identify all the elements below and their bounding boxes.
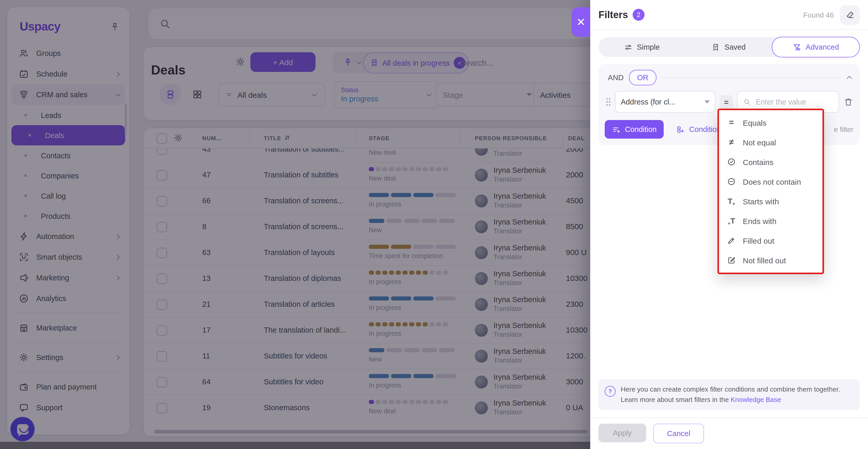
- pencil-icon: [726, 235, 737, 246]
- add-condition-group-button[interactable]: Condition: [676, 125, 721, 134]
- condition-group-label: Condition: [689, 125, 721, 133]
- help-box: ? Here you can create complex filter con…: [598, 379, 860, 410]
- dropdown-arrow-icon: [705, 100, 710, 103]
- add-condition-button[interactable]: Condition: [605, 120, 664, 139]
- tab-saved[interactable]: Saved: [685, 37, 772, 57]
- divider: [662, 77, 840, 78]
- delete-condition-trash-icon[interactable]: [843, 97, 854, 107]
- menu-item-label: Starts with: [743, 197, 779, 205]
- operator-button[interactable]: =: [719, 95, 733, 108]
- found-count: Found 46: [803, 10, 834, 19]
- panel-footer: Apply Cancel: [590, 417, 868, 449]
- operator-dropdown-menu: =Equals≠Not equalContainsDoes not contai…: [717, 108, 824, 274]
- circle-check-icon: [726, 157, 737, 167]
- cancel-button[interactable]: Cancel: [653, 424, 704, 443]
- filters-tabs: SimpleSavedAdvanced: [598, 37, 860, 57]
- drag-handle-icon[interactable]: [606, 97, 611, 106]
- knowledge-base-link[interactable]: Knowledge Base: [731, 396, 781, 404]
- menu-item-label: Does not contain: [743, 177, 801, 186]
- condition-group-icon: [676, 125, 685, 134]
- modal-dim-overlay[interactable]: [0, 0, 590, 449]
- condition-button-label: Condition: [625, 125, 657, 133]
- menu-item-contains[interactable]: Contains: [719, 152, 823, 172]
- close-filters-button[interactable]: ✕: [571, 7, 590, 37]
- help-question-icon: ?: [605, 386, 616, 396]
- apply-button[interactable]: Apply: [598, 424, 646, 442]
- value-input[interactable]: [755, 97, 833, 106]
- eraser-icon: [845, 10, 855, 20]
- tab-label: Advanced: [806, 43, 839, 51]
- menu-item-label: Filled out: [743, 236, 774, 245]
- menu-item-label: Ends with: [743, 217, 776, 225]
- equals-icon: =: [726, 118, 737, 128]
- filters-panel: Filters 2 Found 46 SimpleSavedAdvanced A…: [590, 0, 868, 449]
- funnel-adv-icon: [793, 43, 802, 52]
- collapse-chevron-up-icon[interactable]: [845, 73, 854, 82]
- condition-lines-icon: [612, 125, 621, 134]
- app-root: Uspacy GroupsScheduleCRM and salesLeadsD…: [0, 0, 868, 449]
- clear-filters-button[interactable]: [840, 5, 860, 25]
- square-pencil-icon: [726, 255, 737, 265]
- menu-item-filled-out[interactable]: Filled out: [719, 231, 823, 250]
- tab-advanced[interactable]: Advanced: [772, 37, 860, 57]
- close-icon: ✕: [576, 16, 585, 28]
- ends-with-icon: +T: [726, 216, 737, 226]
- tab-label: Saved: [724, 43, 746, 51]
- menu-item-not-equal[interactable]: ≠Not equal: [719, 132, 823, 152]
- menu-item-starts-with[interactable]: T+Starts with: [719, 191, 823, 211]
- menu-item-label: Contains: [743, 158, 773, 166]
- menu-item-label: Equals: [743, 118, 767, 127]
- circle-minus-icon: [726, 177, 737, 187]
- not-equal-icon: ≠: [726, 137, 737, 148]
- help-line1: Here you can create complex filter condi…: [621, 385, 840, 393]
- and-toggle[interactable]: AND: [608, 73, 624, 82]
- field-select-value: Address (for cl...: [621, 98, 675, 106]
- delete-filter-link[interactable]: e filter: [834, 125, 854, 133]
- menu-item-label: Not filled out: [743, 256, 786, 265]
- filters-count-badge: 2: [633, 9, 645, 21]
- bookmark-icon: [712, 43, 720, 52]
- filters-title: Filters: [598, 9, 628, 21]
- help-line2: Learn more about smart filters in the: [621, 396, 731, 404]
- menu-item-equals[interactable]: =Equals: [719, 113, 823, 132]
- menu-item-does-not-contain[interactable]: Does not contain: [719, 172, 823, 191]
- menu-item-not-filled-out[interactable]: Not filled out: [719, 250, 823, 270]
- tab-label: Simple: [637, 43, 660, 51]
- starts-with-icon: T+: [726, 196, 737, 206]
- search-icon: [743, 98, 751, 106]
- menu-item-ends-with[interactable]: +TEnds with: [719, 211, 823, 231]
- field-select[interactable]: Address (for cl...: [615, 91, 715, 113]
- menu-item-label: Not equal: [743, 138, 776, 147]
- or-toggle[interactable]: OR: [629, 70, 657, 85]
- sliders-icon: [624, 43, 633, 52]
- tab-simple[interactable]: Simple: [598, 37, 685, 57]
